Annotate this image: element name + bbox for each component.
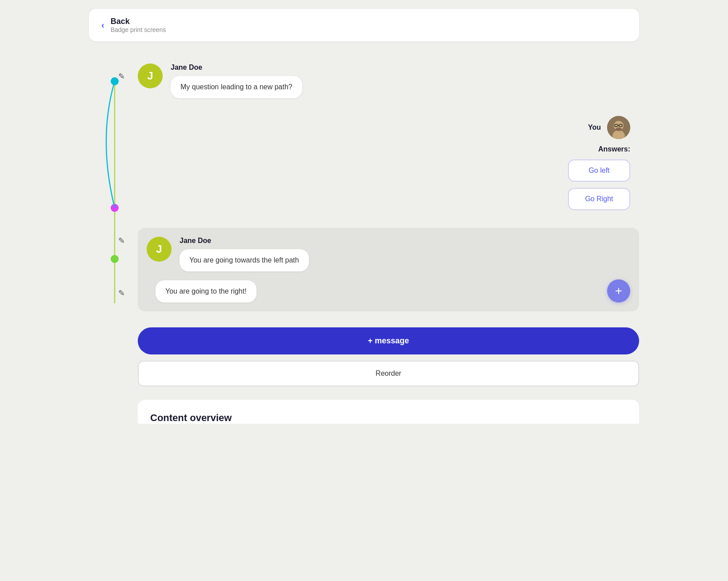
you-block: You [138, 116, 639, 210]
shaded-section: ✎ J Jane Doe You are going towards the l… [138, 228, 639, 311]
jane-second-content: Jane Doe You are going towards the left … [180, 237, 309, 271]
add-message-button[interactable]: + message [138, 327, 639, 354]
reorder-button[interactable]: Reorder [138, 361, 639, 386]
edit-icon-3[interactable]: ✎ [118, 288, 125, 298]
go-right-button[interactable]: Go Right [568, 188, 630, 210]
main-content-area: ✎ J Jane Doe My question leading to a ne… [89, 59, 639, 424]
chat-col: ✎ J Jane Doe My question leading to a ne… [138, 59, 639, 424]
timeline-col [89, 59, 138, 424]
jane-name-2: Jane Doe [180, 237, 309, 245]
you-label: You [588, 123, 601, 131]
first-message-bubble: My question leading to a new path? [171, 76, 302, 98]
timeline-svg [89, 72, 138, 303]
answers-label: Answers: [598, 145, 630, 153]
right-path-bubble: You are going to the right! [156, 280, 256, 302]
dot-green [111, 255, 119, 263]
left-path-bubble: You are going towards the left path [180, 249, 309, 271]
back-header: ‹ Back Badge print screens [89, 9, 639, 41]
jane-second-block: J Jane Doe You are going towards the lef… [147, 237, 630, 271]
jane-avatar-1: J [138, 64, 163, 88]
svg-point-7 [616, 127, 622, 131]
plus-button[interactable]: + [607, 279, 630, 302]
go-left-button[interactable]: Go left [568, 159, 630, 182]
jane-name-1: Jane Doe [171, 64, 302, 72]
plus-icon[interactable]: + [607, 279, 630, 302]
edit-icon-2[interactable]: ✎ [118, 236, 125, 246]
jane-first-content: Jane Doe My question leading to a new pa… [171, 64, 302, 98]
right-message-row: You are going to the right! [156, 280, 630, 302]
edit-icon-1[interactable]: ✎ [118, 72, 125, 81]
jane-first-block: J Jane Doe My question leading to a new … [138, 59, 639, 98]
content-overview: Content overview [138, 400, 639, 424]
content-overview-title: Content overview [150, 412, 627, 424]
jane-avatar-2: J [147, 237, 172, 262]
user-photo [607, 116, 630, 139]
back-subtitle: Badge print screens [111, 26, 166, 33]
you-header: You [588, 116, 630, 139]
back-title: Back [111, 17, 166, 26]
back-button[interactable]: ‹ [101, 20, 104, 30]
